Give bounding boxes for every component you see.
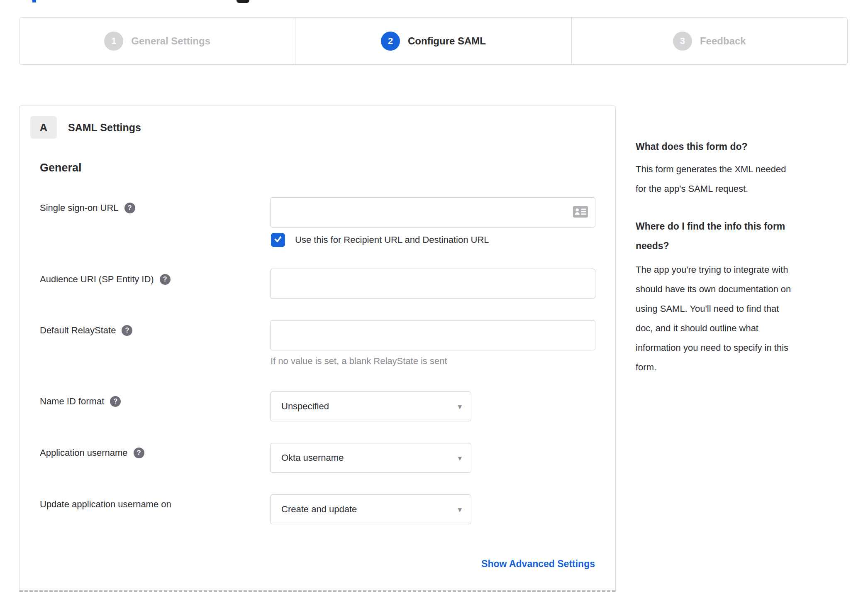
use-for-recipient-checkbox[interactable]	[271, 233, 285, 247]
step-2-label: Configure SAML	[408, 35, 486, 47]
chevron-down-icon: ▾	[458, 402, 462, 411]
sso-url-label-row: Single sign-on URL ?	[40, 203, 135, 213]
step-feedback[interactable]: 3 Feedback	[571, 18, 847, 64]
step-2-number-badge: 2	[381, 32, 400, 51]
app-username-help-icon[interactable]: ?	[134, 448, 144, 458]
relaystate-input[interactable]	[270, 320, 595, 350]
audience-uri-input[interactable]	[270, 269, 595, 299]
show-advanced-settings-link[interactable]: Show Advanced Settings	[481, 558, 595, 570]
sso-url-help-icon[interactable]: ?	[124, 203, 135, 213]
sso-url-input[interactable]	[270, 197, 595, 228]
chevron-down-icon: ▾	[458, 453, 462, 463]
app-username-label: Application username	[40, 448, 128, 458]
nameid-label-row: Name ID format ?	[40, 396, 121, 407]
dashed-divider	[20, 590, 615, 592]
sidebar-paragraph-what: This form generates the XML needed for t…	[636, 159, 847, 198]
sidebar-paragraph-where: The app you're trying to integrate with …	[636, 260, 847, 377]
clipped-header-element	[237, 0, 249, 3]
update-username-label-row: Update application username on	[40, 499, 171, 510]
step-1-label: General Settings	[131, 35, 210, 47]
chevron-down-icon: ▾	[458, 505, 462, 514]
update-username-select-value: Create and update	[281, 504, 357, 515]
update-username-select[interactable]: Create and update ▾	[270, 494, 471, 524]
nameid-label: Name ID format	[40, 396, 104, 407]
relaystate-hint: If no value is set, a blank RelayState i…	[271, 356, 447, 367]
checkmark-icon	[273, 235, 283, 245]
app-username-select-value: Okta username	[281, 453, 344, 463]
sso-url-input-wrap	[270, 197, 595, 228]
step-3-number-badge: 3	[673, 32, 692, 51]
audience-uri-label-row: Audience URI (SP Entity ID) ?	[40, 274, 171, 285]
general-group-heading: General	[40, 161, 82, 174]
relaystate-help-icon[interactable]: ?	[122, 325, 132, 336]
sso-url-label: Single sign-on URL	[40, 203, 119, 213]
clipped-tab-underline	[32, 0, 36, 2]
audience-uri-help-icon[interactable]: ?	[160, 274, 171, 285]
nameid-help-icon[interactable]: ?	[110, 396, 121, 407]
relaystate-label: Default RelayState	[40, 325, 116, 336]
step-general-settings[interactable]: 1 General Settings	[20, 18, 295, 64]
step-configure-saml[interactable]: 2 Configure SAML	[295, 18, 571, 64]
section-letter-badge: A	[30, 116, 57, 139]
step-3-label: Feedback	[700, 35, 746, 47]
configure-saml-page: 1 General Settings 2 Configure SAML 3 Fe…	[0, 0, 868, 592]
section-title: SAML Settings	[68, 116, 141, 139]
nameid-select-value: Unspecified	[281, 401, 329, 412]
audience-uri-label: Audience URI (SP Entity ID)	[40, 274, 154, 285]
sidebar-heading-what: What does this form do?	[636, 137, 843, 157]
wizard-stepper: 1 General Settings 2 Configure SAML 3 Fe…	[19, 17, 848, 65]
app-username-select[interactable]: Okta username ▾	[270, 443, 471, 473]
use-for-recipient-label: Use this for Recipient URL and Destinati…	[295, 233, 489, 247]
saml-settings-card: A SAML Settings General Single sign-on U…	[19, 105, 616, 592]
nameid-select[interactable]: Unspecified ▾	[270, 391, 471, 421]
sidebar-heading-where: Where do I find the info this form needs…	[636, 217, 843, 256]
relaystate-label-row: Default RelayState ?	[40, 325, 132, 336]
update-username-label: Update application username on	[40, 499, 171, 510]
step-1-number-badge: 1	[104, 32, 123, 51]
app-username-label-row: Application username ?	[40, 448, 144, 458]
